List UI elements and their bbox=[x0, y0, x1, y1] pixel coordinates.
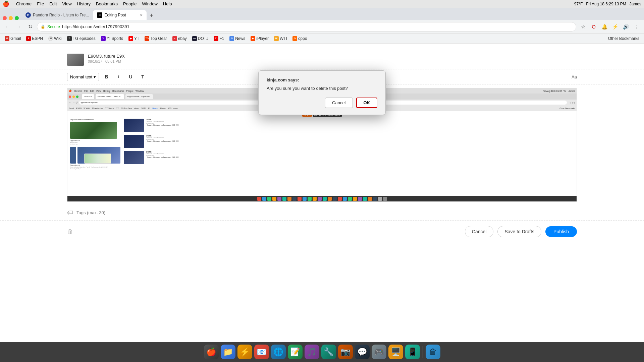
bookmark-other-label: Other Bookmarks bbox=[608, 36, 639, 41]
dock-app-11[interactable]: 🖥️ bbox=[388, 345, 403, 359]
forward-button[interactable]: → bbox=[14, 22, 23, 32]
browser-window: P Pandora Radio - Listen to Fre... K Edi… bbox=[0, 8, 644, 362]
dock-app-12[interactable]: 📱 bbox=[405, 345, 420, 359]
tab-pandora[interactable]: P Pandora Radio - Listen to Fre... bbox=[21, 10, 93, 20]
minimize-window-btn[interactable] bbox=[9, 16, 13, 20]
dialog-cancel-button[interactable]: Cancel bbox=[325, 98, 353, 108]
bookmark-iplayer[interactable]: ▶ iPlayer bbox=[249, 36, 271, 42]
menu-view[interactable]: View bbox=[62, 1, 72, 6]
bookmark-wiki-label: Wiki bbox=[54, 36, 62, 41]
dock-finder[interactable]: 🍎 bbox=[204, 345, 219, 359]
page-content: E90M3, future E9X 08/18/17 05:01 PM Norm… bbox=[0, 44, 644, 362]
menu-help[interactable]: Help bbox=[163, 1, 172, 6]
menu-history[interactable]: History bbox=[77, 1, 91, 6]
menu-people[interactable]: People bbox=[123, 1, 137, 6]
dock-app-9[interactable]: 💬 bbox=[355, 345, 370, 359]
bookmark-gmail-label: Gmail bbox=[10, 36, 21, 41]
tab-pandora-title: Pandora Radio - Listen to Fre... bbox=[33, 13, 89, 17]
bookmark-wiki[interactable]: W Wiki bbox=[46, 36, 64, 42]
dock-trash[interactable]: 🗑 bbox=[426, 345, 440, 359]
clock: Fri Aug 18 6:29:13 PM bbox=[586, 2, 626, 6]
dock-app-2[interactable]: ⚡ bbox=[237, 345, 252, 359]
bookmark-ebay[interactable]: e ebay bbox=[170, 36, 189, 42]
dock-app-3[interactable]: 📧 bbox=[254, 345, 269, 359]
bookmark-f1-label: F1 bbox=[219, 36, 224, 41]
bookmark-news[interactable]: N News bbox=[227, 36, 247, 42]
menubar: 🍎 Chrome File Edit View History Bookmark… bbox=[0, 0, 644, 8]
bookmark-f1[interactable]: F1 F1 bbox=[212, 36, 226, 42]
bookmark-espn[interactable]: E ESPN bbox=[24, 36, 45, 42]
menu-window[interactable]: Window bbox=[142, 1, 158, 6]
refresh-button[interactable]: ↻ bbox=[25, 22, 35, 32]
bookmark-topgear[interactable]: TG Top Gear bbox=[143, 36, 169, 42]
dock-app-4[interactable]: 🌐 bbox=[271, 345, 286, 359]
bookmark-ysports-label: Y! Sports bbox=[107, 36, 123, 41]
macos-dock: 🍎 📁 ⚡ 📧 🌐 📝 🎵 🔧 📷 💬 🎮 🖥️ 📱 🗑 bbox=[0, 342, 644, 362]
temperature: 97°F bbox=[574, 2, 583, 6]
menu-edit[interactable]: Edit bbox=[49, 1, 57, 6]
url-text: https://kinja.com/write/1797990391 bbox=[62, 24, 129, 29]
menu-chrome[interactable]: Chrome bbox=[16, 1, 32, 6]
bookmark-other[interactable]: Other Bookmarks bbox=[606, 36, 641, 42]
bookmark-dotj[interactable]: DJ DOTJ bbox=[190, 36, 210, 42]
tab-close-icon[interactable]: × bbox=[140, 12, 143, 18]
ysports-favicon: Y bbox=[101, 36, 106, 41]
user-name: James bbox=[630, 2, 641, 6]
iplayer-favicon: ▶ bbox=[251, 36, 255, 41]
new-tab-button[interactable]: + bbox=[147, 11, 156, 20]
dialog-ok-button[interactable]: OK bbox=[356, 98, 378, 108]
dock-app-5[interactable]: 📝 bbox=[288, 345, 303, 359]
bookmark-ebay-label: ebay bbox=[178, 36, 187, 41]
extensions-button[interactable]: ⚡ bbox=[610, 22, 620, 32]
menu-button[interactable]: ⋮ bbox=[632, 22, 641, 32]
dialog-message: Are you sure you want to delete this pos… bbox=[267, 86, 377, 91]
address-bar[interactable]: 🔒 Secure https://kinja.com/write/1797990… bbox=[37, 22, 576, 32]
nav-actions: ☆ O 🔔 ⚡ 🔊 ⋮ bbox=[578, 22, 641, 32]
topgear-favicon: TG bbox=[145, 36, 149, 41]
dotj-favicon: DJ bbox=[192, 36, 197, 41]
bookmark-news-label: News bbox=[235, 36, 245, 41]
kinja-favicon: K bbox=[97, 12, 102, 18]
secure-icon: 🔒 bbox=[41, 24, 45, 29]
bookmark-wti-label: WTI bbox=[280, 36, 287, 41]
tab-editing-title: Editing Post bbox=[104, 13, 137, 17]
close-window-btn[interactable] bbox=[3, 16, 7, 20]
bookmark-topgear-label: Top Gear bbox=[150, 36, 167, 41]
bookmark-oppo[interactable]: O oppo bbox=[290, 36, 309, 42]
dock-divider bbox=[423, 346, 423, 358]
gmail-favicon: G bbox=[5, 36, 9, 41]
tab-bar: P Pandora Radio - Listen to Fre... K Edi… bbox=[0, 8, 644, 20]
maximize-window-btn[interactable] bbox=[15, 16, 19, 20]
wti-favicon: W bbox=[274, 36, 279, 41]
bookmark-tgepisodes-label: TG episodes bbox=[73, 36, 96, 41]
tab-editing-post[interactable]: K Editing Post × bbox=[93, 10, 147, 20]
volume-button[interactable]: 🔊 bbox=[621, 22, 631, 32]
nav-bar: ← → ↻ 🔒 Secure https://kinja.com/write/1… bbox=[0, 20, 644, 34]
back-button[interactable]: ← bbox=[3, 22, 12, 32]
opera-button[interactable]: O bbox=[589, 22, 598, 32]
bookmark-star-button[interactable]: ☆ bbox=[578, 22, 588, 32]
dock-app-6[interactable]: 🎵 bbox=[305, 345, 319, 359]
menu-bookmarks[interactable]: Bookmarks bbox=[96, 1, 118, 6]
bookmark-gmail[interactable]: G Gmail bbox=[3, 36, 23, 42]
dock-app-8[interactable]: 📷 bbox=[338, 345, 353, 359]
dock-app-10[interactable]: 🎮 bbox=[372, 345, 386, 359]
notification-button[interactable]: 🔔 bbox=[600, 22, 609, 32]
dialog-title: kinja.com says: bbox=[267, 77, 377, 82]
bookmark-dotj-label: DOTJ bbox=[198, 36, 208, 41]
bookmark-oppo-label: oppo bbox=[298, 36, 307, 41]
dialog-overlay: kinja.com says: Are you sure you want to… bbox=[0, 44, 644, 362]
dock-app-1[interactable]: 📁 bbox=[221, 345, 235, 359]
bookmark-wti[interactable]: W WTI bbox=[272, 36, 289, 42]
bookmark-yt[interactable]: ▶ YT bbox=[126, 36, 141, 42]
bookmark-iplayer-label: iPlayer bbox=[256, 36, 269, 41]
bookmark-ysports[interactable]: Y Y! Sports bbox=[99, 36, 125, 42]
secure-label: Secure bbox=[47, 24, 60, 29]
yt-favicon: ▶ bbox=[128, 36, 133, 41]
confirm-dialog: kinja.com says: Are you sure you want to… bbox=[258, 70, 386, 115]
espn-favicon: E bbox=[26, 36, 31, 41]
apple-menu[interactable]: 🍎 bbox=[3, 1, 9, 7]
menu-file[interactable]: File bbox=[37, 1, 44, 6]
bookmark-tgepisodes[interactable]: T TG episodes bbox=[65, 36, 98, 42]
dock-app-7[interactable]: 🔧 bbox=[321, 345, 336, 359]
